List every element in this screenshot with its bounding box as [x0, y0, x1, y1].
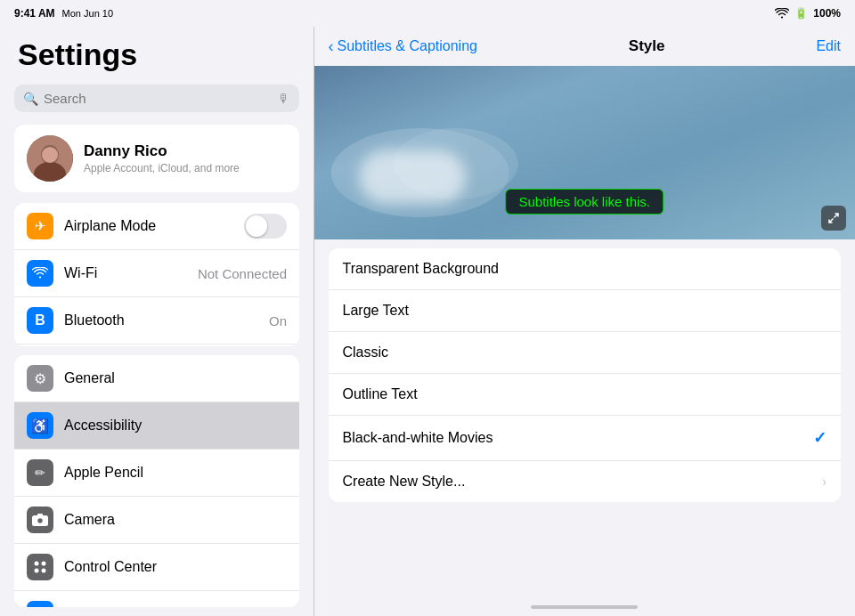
general-label: General: [64, 370, 287, 386]
svg-point-5: [37, 518, 44, 524]
camera-label: Camera: [64, 512, 287, 528]
sidebar-item-airplane[interactable]: ✈ Airplane Mode: [14, 203, 299, 250]
svg-point-7: [35, 562, 39, 566]
home-indicator: [314, 598, 856, 616]
video-preview: Subtitles look like this.: [314, 66, 856, 239]
status-time: 9:41 AM: [14, 7, 55, 20]
connectivity-section: ✈ Airplane Mode Wi-Fi Not Connected B: [14, 203, 299, 346]
style-item-outline-text[interactable]: Outline Text: [329, 374, 842, 416]
general-icon: ⚙: [27, 365, 53, 392]
mic-icon[interactable]: 🎙: [278, 92, 290, 106]
display-icon: ☀: [27, 601, 53, 607]
camera-icon: [27, 507, 53, 533]
search-icon: 🔍: [23, 92, 38, 106]
user-card[interactable]: Danny Rico Apple Account, iCloud, and mo…: [14, 125, 299, 192]
accessibility-label: Accessibility: [64, 417, 287, 434]
bluetooth-label: Bluetooth: [64, 312, 258, 328]
user-info: Danny Rico Apple Account, iCloud, and mo…: [84, 142, 240, 174]
style-item-transparent-bg[interactable]: Transparent Background: [329, 248, 842, 290]
style-label-large-text: Large Text: [343, 303, 827, 319]
wifi-label: Wi-Fi: [64, 265, 187, 281]
sidebar-title: Settings: [0, 27, 314, 79]
accessibility-icon: ♿: [27, 412, 53, 439]
style-item-create-new[interactable]: Create New Style... ›: [329, 461, 842, 502]
search-input[interactable]: [44, 91, 273, 106]
sidebar-item-bluetooth[interactable]: B Bluetooth On: [14, 297, 299, 344]
back-chevron-icon: ‹: [329, 37, 334, 56]
user-name: Danny Rico: [84, 142, 240, 160]
style-item-large-text[interactable]: Large Text: [329, 290, 842, 332]
expand-icon: [828, 213, 839, 223]
bluetooth-icon: B: [27, 307, 53, 334]
svg-point-8: [42, 562, 46, 566]
sidebar-item-display[interactable]: ☀ Display & Brightness: [14, 591, 299, 607]
style-label-bw-movies: Black-and-white Movies: [343, 430, 814, 446]
wifi-icon: [775, 8, 789, 19]
nav-bar: ‹ Subtitles & Captioning Style Edit: [314, 27, 856, 66]
style-label-outline-text: Outline Text: [343, 386, 827, 402]
apple-pencil-icon: ✏: [27, 459, 53, 486]
style-options-section: Transparent Background Large Text Classi…: [329, 248, 842, 502]
svg-point-10: [42, 569, 46, 573]
sidebar-item-general[interactable]: ⚙ General: [14, 355, 299, 402]
subtitle-preview: Subtitles look like this.: [505, 189, 664, 215]
avatar: [27, 135, 73, 182]
search-bar[interactable]: 🔍 🎙: [14, 85, 299, 112]
sidebar-item-camera[interactable]: Camera: [14, 497, 299, 544]
airplane-toggle[interactable]: [244, 214, 287, 239]
checkmark-icon: ✓: [813, 428, 826, 448]
sidebar: Settings 🔍 🎙 Danny Rico Apple Account, i…: [0, 0, 314, 616]
main-content: ‹ Subtitles & Captioning Style Edit Subt…: [314, 0, 856, 616]
svg-rect-6: [37, 514, 43, 516]
svg-point-3: [42, 147, 58, 163]
battery-percent: 100%: [813, 7, 841, 20]
style-label-create-new: Create New Style...: [343, 474, 823, 490]
airplane-icon: ✈: [27, 213, 53, 239]
expand-button[interactable]: [821, 206, 846, 231]
home-indicator-bar: [531, 605, 638, 609]
style-item-bw-movies[interactable]: Black-and-white Movies ✓: [329, 416, 842, 461]
status-bar: 9:41 AM Mon Jun 10 🔋 100%: [0, 0, 855, 27]
airplane-label: Airplane Mode: [64, 218, 233, 234]
battery-icon: 🔋: [794, 7, 808, 20]
wifi-item-icon: [27, 260, 53, 287]
style-label-classic: Classic: [343, 344, 827, 361]
sidebar-item-control-center[interactable]: Control Center: [14, 544, 299, 591]
svg-point-9: [35, 569, 39, 573]
back-button[interactable]: ‹ Subtitles & Captioning: [329, 37, 477, 56]
nav-title: Style: [629, 37, 665, 55]
sidebar-item-apple-pencil[interactable]: ✏ Apple Pencil: [14, 450, 299, 497]
control-center-label: Control Center: [64, 559, 287, 575]
sidebar-item-wifi[interactable]: Wi-Fi Not Connected: [14, 250, 299, 297]
control-center-icon: [27, 554, 53, 580]
style-label-transparent-bg: Transparent Background: [343, 261, 827, 277]
sidebar-item-accessibility[interactable]: ♿ Accessibility: [14, 402, 299, 450]
style-list: Transparent Background Large Text Classi…: [314, 239, 856, 598]
svg-point-16: [393, 128, 517, 199]
app-settings-section: ⚙ General ♿ Accessibility ✏ Apple Pencil: [14, 355, 299, 607]
edit-button[interactable]: Edit: [816, 38, 841, 54]
user-subtitle: Apple Account, iCloud, and more: [84, 162, 240, 174]
back-label: Subtitles & Captioning: [338, 38, 477, 54]
style-item-classic[interactable]: Classic: [329, 332, 842, 374]
display-label: Display & Brightness: [64, 606, 287, 607]
bluetooth-value: On: [269, 313, 287, 328]
wifi-value: Not Connected: [198, 266, 287, 281]
sidebar-item-battery[interactable]: 🔋 Battery: [14, 344, 299, 346]
chevron-right-icon: ›: [822, 474, 826, 489]
status-icons: 🔋 100%: [775, 7, 841, 20]
apple-pencil-label: Apple Pencil: [64, 465, 287, 481]
status-date: Mon Jun 10: [62, 8, 113, 19]
